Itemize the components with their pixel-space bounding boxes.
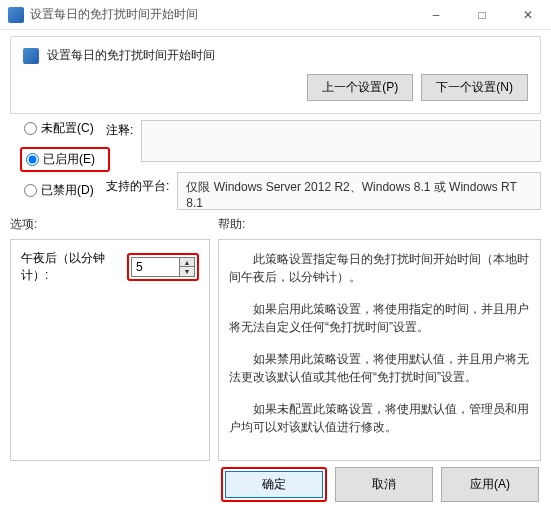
setting-header-card: 设置每日的免打扰时间开始时间 上一个设置(P) 下一个设置(N) <box>10 36 541 114</box>
radio-disabled-label: 已禁用(D) <box>41 182 94 199</box>
options-label: 选项: <box>10 216 210 233</box>
radio-not-configured[interactable]: 未配置(C) <box>24 120 106 137</box>
radio-not-configured-label: 未配置(C) <box>41 120 94 137</box>
radio-disabled-input[interactable] <box>24 184 37 197</box>
radio-not-configured-input[interactable] <box>24 122 37 135</box>
platforms-label: 支持的平台: <box>106 172 169 195</box>
help-paragraph: 如果未配置此策略设置，将使用默认值，管理员和用户均可以对该默认值进行修改。 <box>229 400 530 436</box>
apply-button[interactable]: 应用(A) <box>441 467 539 502</box>
config-row: 未配置(C) 已启用(E) 已禁用(D) 注释: 支持的平台: 仅限 Windo… <box>10 120 541 210</box>
minutes-after-midnight-label: 午夜后（以分钟计）: <box>21 250 121 284</box>
titlebar: 设置每日的免打扰时间开始时间 – □ ✕ <box>0 0 551 30</box>
maximize-button[interactable]: □ <box>459 0 505 30</box>
setting-title: 设置每日的免打扰时间开始时间 <box>47 47 215 64</box>
app-icon <box>8 7 24 23</box>
help-paragraph: 此策略设置指定每日的免打扰时间开始时间（本地时间午夜后，以分钟计）。 <box>229 250 530 286</box>
radio-enabled-label: 已启用(E) <box>43 151 95 168</box>
ok-button[interactable]: 确定 <box>225 471 323 498</box>
dialog-footer: 确定 取消 应用(A) <box>0 461 551 508</box>
help-paragraph: 如果禁用此策略设置，将使用默认值，并且用户将无法更改该默认值或其他任何“免打扰时… <box>229 350 530 386</box>
window-title: 设置每日的免打扰时间开始时间 <box>30 6 413 23</box>
state-radio-group: 未配置(C) 已启用(E) 已禁用(D) <box>10 120 106 210</box>
help-label: 帮助: <box>218 216 541 233</box>
setting-icon <box>23 48 39 64</box>
spinner-up-icon[interactable]: ▲ <box>180 258 194 267</box>
spinner-down-icon[interactable]: ▼ <box>180 267 194 276</box>
comment-textbox[interactable] <box>141 120 541 162</box>
cancel-button[interactable]: 取消 <box>335 467 433 502</box>
platforms-text: 仅限 Windows Server 2012 R2、Windows 8.1 或 … <box>186 180 516 210</box>
platforms-textbox: 仅限 Windows Server 2012 R2、Windows 8.1 或 … <box>177 172 541 210</box>
minimize-button[interactable]: – <box>413 0 459 30</box>
next-setting-button[interactable]: 下一个设置(N) <box>421 74 528 101</box>
close-button[interactable]: ✕ <box>505 0 551 30</box>
minutes-after-midnight-input[interactable] <box>131 257 179 277</box>
radio-enabled-input[interactable] <box>26 153 39 166</box>
help-paragraph: 如果启用此策略设置，将使用指定的时间，并且用户将无法自定义任何“免打扰时间”设置… <box>229 300 530 336</box>
options-panel: 午夜后（以分钟计）: ▲ ▼ <box>10 239 210 461</box>
comment-label: 注释: <box>106 120 133 139</box>
radio-disabled[interactable]: 已禁用(D) <box>24 182 106 199</box>
radio-enabled[interactable]: 已启用(E) <box>26 151 104 168</box>
help-panel: 此策略设置指定每日的免打扰时间开始时间（本地时间午夜后，以分钟计）。 如果启用此… <box>218 239 541 461</box>
minutes-spinner[interactable]: ▲ ▼ <box>179 257 195 277</box>
previous-setting-button[interactable]: 上一个设置(P) <box>307 74 413 101</box>
